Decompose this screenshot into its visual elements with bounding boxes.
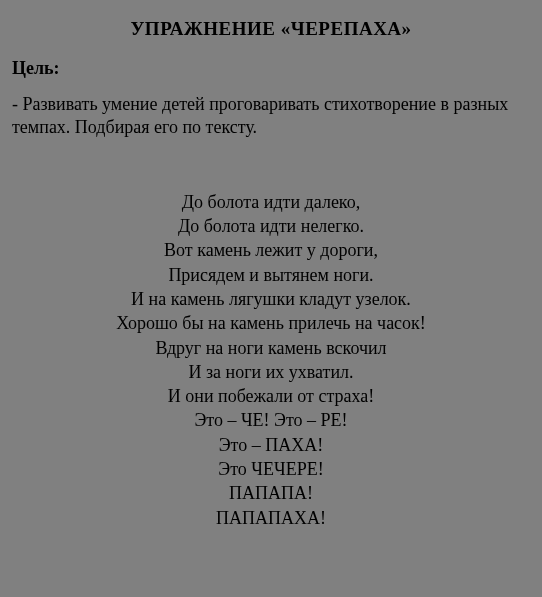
poem-line: Это ЧЕЧЕРЕ! <box>12 457 530 481</box>
poem-line: Это – ПАХА! <box>12 433 530 457</box>
poem-line: Присядем и вытянем ноги. <box>12 263 530 287</box>
goal-text: - Развивать умение детей проговаривать с… <box>12 93 530 140</box>
poem-block: До болота идти далеко, До болота идти не… <box>12 190 530 530</box>
poem-line: И за ноги их ухватил. <box>12 360 530 384</box>
poem-line: Это – ЧЕ! Это – РЕ! <box>12 408 530 432</box>
poem-line: Вдруг на ноги камень вскочил <box>12 336 530 360</box>
poem-line: И на камень лягушки кладут узелок. <box>12 287 530 311</box>
poem-line: И они побежали от страха! <box>12 384 530 408</box>
poem-line: До болота идти далеко, <box>12 190 530 214</box>
poem-line: ПАПАПАХА! <box>12 506 530 530</box>
poem-line: Вот камень лежит у дороги, <box>12 238 530 262</box>
exercise-title: УПРАЖНЕНИЕ «ЧЕРЕПАХА» <box>12 18 530 40</box>
goal-label: Цель: <box>12 58 530 79</box>
poem-line: До болота идти нелегко. <box>12 214 530 238</box>
poem-line: ПАПАПА! <box>12 481 530 505</box>
poem-line: Хорошо бы на камень прилечь на часок! <box>12 311 530 335</box>
